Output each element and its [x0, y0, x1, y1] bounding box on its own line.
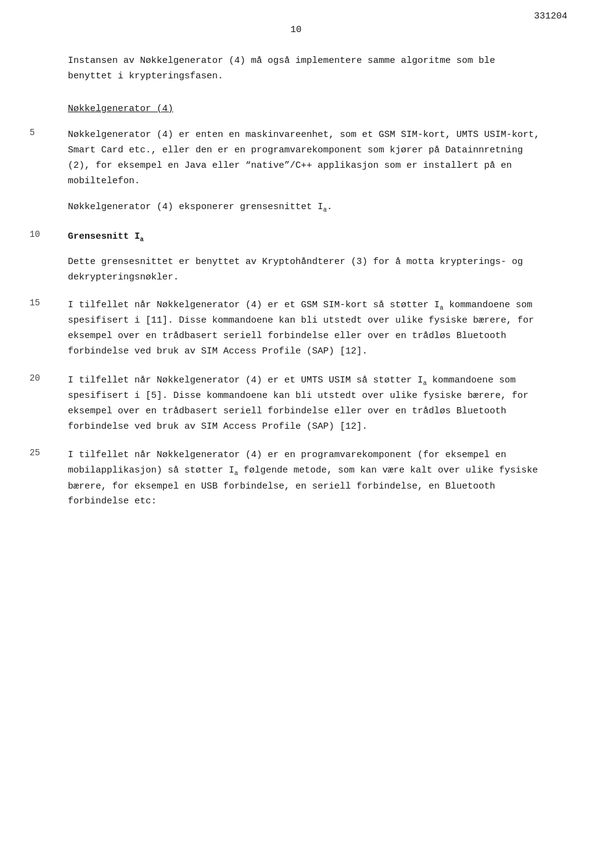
- page-container: 331204 10 Instansen av Nøkkelgenerator (…: [0, 0, 592, 868]
- content-area: Instansen av Nøkkelgenerator (4) må også…: [0, 54, 592, 510]
- nokkel-paragraph-1: Nøkkelgenerator (4) er enten en maskinva…: [68, 128, 543, 189]
- gsm-paragraph: I tilfellet når Nøkkelgenerator (4) er e…: [68, 298, 543, 360]
- nokkel-section: Nøkkelgenerator (4) 5 Nøkkelgenerator (4…: [68, 102, 543, 216]
- grensesnitt-section: 10 Grensesnitt Ia Dette grensesnittet er…: [68, 229, 543, 286]
- umts-block: 20 I tilfellet når Nøkkelgenerator (4) e…: [68, 373, 543, 435]
- line-number-15: 15: [30, 298, 40, 308]
- umts-paragraph: I tilfellet når Nøkkelgenerator (4) er e…: [68, 373, 543, 435]
- line-number-10: 10: [30, 229, 40, 239]
- page-number: 10: [0, 25, 592, 35]
- line-number-20: 20: [30, 373, 40, 383]
- line-number-5: 5: [30, 128, 35, 138]
- grensesnitt-heading: Grensesnitt Ia: [68, 229, 543, 246]
- nokkel-heading: Nøkkelgenerator (4): [68, 102, 543, 117]
- line-number-25: 25: [30, 448, 40, 458]
- document-number: 331204: [534, 11, 567, 22]
- grensesnitt-paragraph-1: Dette grensesnittet er benyttet av Krypt…: [68, 255, 543, 286]
- programvare-block: 25 I tilfellet når Nøkkelgenerator (4) e…: [68, 448, 543, 510]
- programvare-paragraph: I tilfellet når Nøkkelgenerator (4) er e…: [68, 448, 543, 510]
- gsm-block: 15 I tilfellet når Nøkkelgenerator (4) e…: [68, 298, 543, 360]
- intro-block: Instansen av Nøkkelgenerator (4) må også…: [68, 54, 543, 85]
- nokkel-paragraph-2: Nøkkelgenerator (4) eksponerer grensesni…: [68, 200, 543, 216]
- intro-paragraph: Instansen av Nøkkelgenerator (4) må også…: [68, 54, 543, 85]
